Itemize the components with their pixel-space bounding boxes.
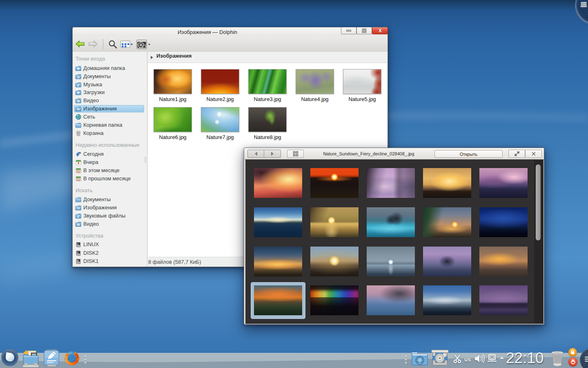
svg-text:X: X bbox=[378, 28, 381, 33]
